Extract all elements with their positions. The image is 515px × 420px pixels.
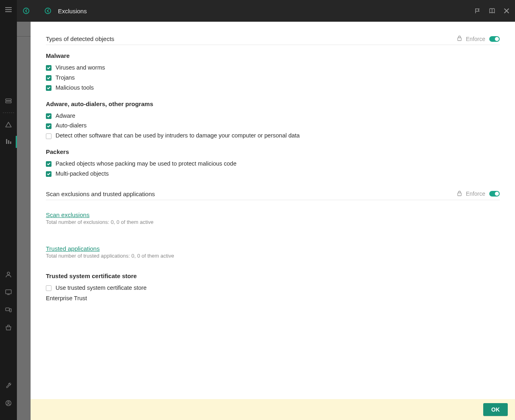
check-label: Trojans	[56, 74, 75, 82]
svg-point-12	[23, 8, 29, 14]
check-label: Auto-dialers	[56, 122, 87, 129]
group-title-packers: Packers	[46, 148, 500, 155]
svg-rect-6	[6, 290, 11, 294]
svg-rect-15	[457, 193, 461, 196]
ok-button[interactable]: OK	[483, 403, 508, 416]
account-icon[interactable]	[5, 400, 12, 407]
svg-rect-8	[6, 308, 9, 311]
checkbox-adware[interactable]	[46, 113, 52, 119]
svg-rect-4	[10, 141, 11, 144]
group-title-cert-store: Trusted system certificate store	[46, 272, 500, 279]
basket-icon[interactable]	[5, 324, 12, 331]
enforce-group: Enforce	[457, 35, 500, 42]
app-sidebar	[0, 0, 17, 420]
close-icon[interactable]	[503, 7, 510, 14]
checkbox-use-cert-store[interactable]	[46, 285, 52, 291]
check-label: Multi-packed objects	[56, 170, 109, 178]
check-label: Adware	[56, 112, 75, 120]
enforce-label: Enforce	[466, 36, 485, 42]
check-row: Multi-packed objects	[46, 170, 500, 178]
divider	[3, 113, 14, 113]
svg-rect-1	[6, 101, 11, 103]
panel-icon[interactable]	[5, 97, 12, 104]
svg-rect-3	[8, 140, 9, 144]
check-row: Packed objects whose packing may be used…	[46, 160, 500, 168]
columns-icon[interactable]	[5, 138, 12, 145]
checkbox-other-software[interactable]	[46, 133, 52, 139]
header-actions	[474, 7, 510, 14]
group-title-adware: Adware, auto-dialers, other programs	[46, 100, 500, 107]
panel-body: Types of detected objects Enforce Malwar…	[31, 22, 515, 399]
check-label: Use trusted system certificate store	[56, 284, 146, 292]
checkbox-auto-dialers[interactable]	[46, 123, 52, 129]
scan-exclusions-link[interactable]: Scan exclusions	[46, 211, 89, 218]
check-row: Viruses and worms	[46, 64, 500, 72]
warning-icon[interactable]	[5, 121, 12, 128]
trusted-apps-block: Trusted applications Total number of tru…	[46, 241, 500, 259]
sidebar-bottom	[5, 266, 12, 420]
check-label: Detect other software that can be used b…	[56, 132, 300, 139]
check-label: Packed objects whose packing may be used…	[56, 160, 237, 168]
svg-rect-9	[10, 309, 11, 312]
devices-icon[interactable]	[5, 306, 12, 313]
main-panel: Types of detected objects Enforce Malwar…	[31, 22, 515, 420]
check-row: Trojans	[46, 74, 500, 82]
trusted-apps-link[interactable]: Trusted applications	[46, 245, 100, 252]
back-icon-narrow[interactable]	[22, 6, 31, 15]
scan-exclusions-block: Scan exclusions Total number of exclusio…	[46, 207, 500, 225]
trusted-apps-subtext: Total number of trusted applications: 0,…	[46, 253, 500, 259]
check-label: Viruses and worms	[56, 64, 105, 72]
book-icon[interactable]	[488, 7, 496, 14]
section-title: Types of detected objects	[46, 35, 114, 42]
lock-icon	[457, 35, 462, 42]
section-title: Scan exclusions and trusted applications	[46, 191, 155, 197]
svg-point-5	[7, 272, 10, 275]
lock-icon	[457, 191, 462, 197]
svg-rect-2	[6, 139, 7, 144]
svg-rect-0	[6, 99, 11, 100]
check-row: Use trusted system certificate store	[46, 284, 500, 292]
flag-icon[interactable]	[474, 7, 481, 14]
menu-icon[interactable]	[5, 7, 12, 12]
checkbox-trojans[interactable]	[46, 75, 52, 81]
checkbox-multi-packed[interactable]	[46, 171, 52, 177]
enforce-toggle[interactable]	[489, 191, 500, 197]
user-icon[interactable]	[5, 271, 12, 278]
checkbox-packed-objects[interactable]	[46, 161, 52, 167]
enforce-toggle[interactable]	[489, 36, 500, 42]
wrench-icon[interactable]	[5, 382, 12, 389]
panel-footer: OK	[31, 399, 515, 420]
check-row: Detect other software that can be used b…	[46, 132, 500, 139]
panel-title: Exclusions	[58, 8, 87, 14]
check-row: Adware	[46, 112, 500, 120]
checkbox-malicious-tools[interactable]	[46, 85, 52, 91]
group-title-malware: Malware	[46, 52, 500, 59]
monitor-icon[interactable]	[5, 289, 12, 296]
check-label: Malicious tools	[56, 84, 94, 92]
back-icon[interactable]	[43, 6, 52, 15]
svg-point-11	[8, 402, 9, 403]
enforce-label: Enforce	[466, 191, 485, 197]
section-head-scan-trusted: Scan exclusions and trusted applications…	[46, 191, 500, 200]
check-row: Auto-dialers	[46, 122, 500, 129]
checkbox-viruses[interactable]	[46, 65, 52, 71]
svg-point-13	[45, 8, 51, 14]
panel-header: Exclusions	[17, 0, 515, 22]
underlay-column	[17, 0, 31, 420]
section-head-types: Types of detected objects Enforce	[46, 35, 500, 45]
check-row: Malicious tools	[46, 84, 500, 92]
scan-exclusions-subtext: Total number of exclusions: 0, 0 of them…	[46, 219, 500, 225]
enforce-group: Enforce	[457, 191, 500, 197]
svg-rect-14	[457, 38, 461, 41]
cert-store-value: Enterprise Trust	[46, 295, 500, 301]
